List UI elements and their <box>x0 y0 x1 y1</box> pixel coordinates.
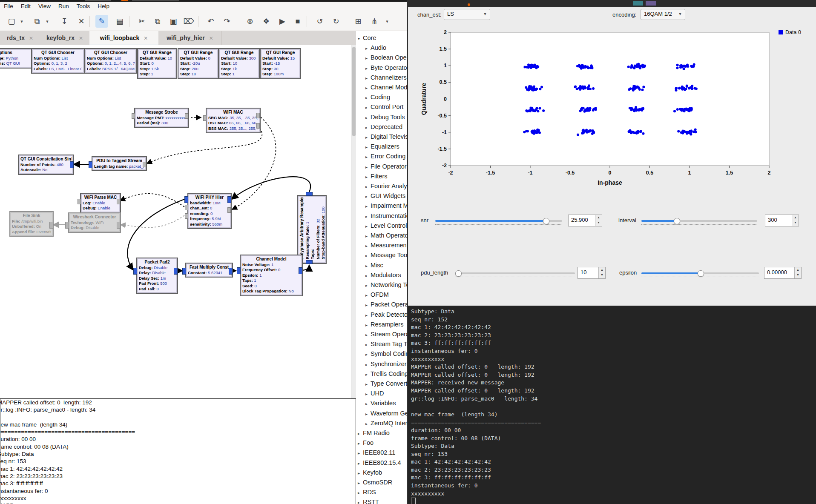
tab-wifi_phy_hier[interactable]: wifi_phy_hier✕ <box>158 31 222 45</box>
run-icon[interactable]: ▶ <box>276 15 289 28</box>
tree-collapsed-icon[interactable]: ▸ <box>365 165 368 169</box>
menu-view[interactable]: View <box>34 2 55 11</box>
tree-collapsed-icon[interactable]: ▸ <box>358 431 360 436</box>
tree-collapsed-icon[interactable]: ▸ <box>365 46 368 51</box>
block-qt-gui-constellation-sink[interactable]: QT GUI Constellation SinkNumber of Point… <box>18 155 74 175</box>
tab-keyfob_rx[interactable]: keyfob_rx✕ <box>40 31 90 45</box>
sidebar-item-math-operators[interactable]: ▸Math Operators <box>365 231 408 240</box>
hier-block-icon[interactable]: ⊞ <box>352 15 365 28</box>
port-stream[interactable] <box>229 268 233 275</box>
save-icon[interactable]: ↧ <box>58 15 71 28</box>
sidebar-item-variables[interactable]: ▸Variables <box>365 398 396 408</box>
sidebar-item-ieee802-15-4[interactable]: ▸IEEE802.15.4 <box>358 458 401 467</box>
sidebar-item-fourier-analysis[interactable]: ▸Fourier Analysis <box>365 181 408 191</box>
sidebar-item-keyfob[interactable]: ▸Keyfob <box>358 468 382 477</box>
sidebar-item-stream-operators[interactable]: ▸Stream Operators <box>365 329 408 339</box>
sidebar-item-channel-models[interactable]: ▸Channel Models <box>365 83 408 92</box>
sidebar-item-digital-television[interactable]: ▸Digital Television <box>365 132 408 141</box>
port-msg[interactable] <box>185 113 188 119</box>
sidebar-item-equalizers[interactable]: ▸Equalizers <box>365 142 399 151</box>
sidebar-item-coding[interactable]: ▸Coding <box>365 92 390 102</box>
sidebar-item-stream-tag-tools[interactable]: ▸Stream Tag Tools <box>365 339 408 349</box>
print-icon[interactable]: ▤ <box>113 15 126 28</box>
port-stream[interactable] <box>184 196 188 203</box>
sidebar-item-control-port[interactable]: ▸Control Port <box>365 102 403 112</box>
tree-collapsed-icon[interactable]: ▸ <box>365 382 368 387</box>
epsilon-spinbox[interactable]: 0.00000▲▼ <box>764 267 802 279</box>
tree-collapsed-icon[interactable]: ▸ <box>365 313 368 318</box>
port-msg[interactable] <box>132 113 135 119</box>
tree-collapsed-icon[interactable]: ▸ <box>365 194 368 199</box>
spinbox-arrows-icon[interactable]: ▲▼ <box>794 267 801 278</box>
tree-collapsed-icon[interactable]: ▸ <box>365 263 368 268</box>
tab-close-icon[interactable]: ✕ <box>209 35 213 41</box>
sidebar-item-message-tools[interactable]: ▸Message Tools <box>365 250 408 260</box>
block-packet-pad2[interactable]: Packet Pad2Debug: DisableDelay: DisableD… <box>136 258 178 294</box>
port-msg[interactable] <box>185 205 188 210</box>
block-qt-gui-range-1[interactable]: QT GUI RangeDefault Value: 10Start: 0Sto… <box>137 48 177 79</box>
tab-wifi_loopback[interactable]: wifi_loopback✕ <box>89 31 159 46</box>
tree-collapsed-icon[interactable]: ▸ <box>365 115 368 120</box>
errors-icon[interactable]: ⊗ <box>244 15 256 28</box>
tree-collapsed-icon[interactable]: ▸ <box>365 293 368 298</box>
tree-collapsed-icon[interactable]: ▸ <box>365 224 368 229</box>
interval-slider-handle[interactable] <box>674 218 680 224</box>
sidebar-item-osmosdr[interactable]: ▸OsmoSDR <box>358 478 392 487</box>
tree-collapsed-icon[interactable]: ▸ <box>365 372 368 377</box>
sidebar-item-networking-tools[interactable]: ▸Networking Tools <box>365 280 408 289</box>
encoding-dropdown[interactable]: 16QAM 1/2 ▼ <box>641 9 685 20</box>
sidebar-item-gui-widgets[interactable]: ▸GUI Widgets <box>365 191 405 200</box>
tree-collapsed-icon[interactable]: ▸ <box>365 332 368 337</box>
tab-rds_tx[interactable]: rds_tx✕ <box>0 31 40 45</box>
block-wireshark-connector[interactable]: Wireshark ConnectorTechnology: WiFiDebug… <box>68 212 121 233</box>
port-stream[interactable] <box>49 222 53 229</box>
tree-collapsed-icon[interactable]: ▸ <box>365 184 368 189</box>
port-stream[interactable] <box>174 268 178 275</box>
spinbox-arrows-icon[interactable]: ▲▼ <box>595 215 602 226</box>
find-icon[interactable]: ❖ <box>260 15 273 28</box>
tree-collapsed-icon[interactable]: ▸ <box>358 490 360 495</box>
redo-icon[interactable]: ↷ <box>221 15 233 28</box>
stop-icon[interactable]: ■ <box>291 15 304 28</box>
tree-collapsed-icon[interactable]: ▸ <box>365 253 368 258</box>
chan-est-dropdown[interactable]: LS ▼ <box>444 9 490 20</box>
tree-collapsed-icon[interactable]: ▸ <box>365 421 368 426</box>
tab-close-icon[interactable]: ✕ <box>79 35 83 41</box>
sidebar-item-byte-operators[interactable]: ▸Byte Operators <box>365 63 408 72</box>
port-msg[interactable] <box>256 123 260 129</box>
tree-collapsed-icon[interactable]: ▸ <box>365 342 368 347</box>
open-icon[interactable]: ⧉ <box>31 15 43 28</box>
pdu_length-slider-track[interactable] <box>455 272 575 274</box>
snr-spinbox[interactable]: 25.900▲▼ <box>568 215 602 226</box>
sidebar-item-misc[interactable]: ▸Misc <box>365 261 383 270</box>
spinbox-arrows-icon[interactable]: ▲▼ <box>598 267 605 278</box>
sidebar-item-zeromq-interfaces[interactable]: ▸ZeroMQ Interfaces <box>365 418 408 428</box>
tree-collapsed-icon[interactable]: ▸ <box>358 500 360 504</box>
sidebar-item-boolean-operators[interactable]: ▸Boolean Operators <box>365 53 408 62</box>
sidebar-item-measurement-tools[interactable]: ▸Measurement Tools <box>365 241 408 250</box>
block-message-strobe[interactable]: Message StrobeMessage PMT: xxxxxxxxxxPer… <box>134 108 189 128</box>
tab-close-icon[interactable]: ✕ <box>29 35 33 41</box>
sidebar-item-peak-detectors[interactable]: ▸Peak Detectors <box>365 310 408 319</box>
sidebar-item-audio[interactable]: ▸Audio <box>365 43 386 52</box>
port-msg[interactable] <box>117 199 120 204</box>
sidebar-item-debug-tools[interactable]: ▸Debug Tools <box>365 112 405 122</box>
tree-collapsed-icon[interactable]: ▸ <box>365 283 368 288</box>
sidebar-item-synchronizers[interactable]: ▸Synchronizers <box>365 359 408 369</box>
tree-collapsed-icon[interactable]: ▸ <box>358 441 360 446</box>
close-icon[interactable]: ✕ <box>75 15 88 28</box>
block-file-sink[interactable]: File SinkFile: /tmp/wifi.binUnbuffered: … <box>9 211 54 237</box>
sidebar-item-packet-operators[interactable]: ▸Packet Operators <box>365 300 408 309</box>
tree-collapsed-icon[interactable]: ▸ <box>365 352 368 357</box>
edit-icon[interactable]: ✎ <box>95 15 108 28</box>
tree-collapsed-icon[interactable]: ▸ <box>365 273 368 278</box>
block-pdu-to-tagged-stream[interactable]: PDU to Tagged StreamLength tag name: pac… <box>92 156 147 171</box>
copy-icon[interactable]: ⧉ <box>151 15 164 28</box>
tree-collapsed-icon[interactable]: ▸ <box>365 175 368 179</box>
port-stream[interactable] <box>306 260 313 264</box>
port-stream[interactable] <box>117 222 121 229</box>
port-stream[interactable] <box>133 268 137 275</box>
block-qt-gui-chooser-1[interactable]: QT GUI ChooserNum Options: ListOptions: … <box>31 48 85 74</box>
tree-collapsed-icon[interactable]: ▸ <box>365 95 368 100</box>
port-stream[interactable] <box>306 192 313 196</box>
